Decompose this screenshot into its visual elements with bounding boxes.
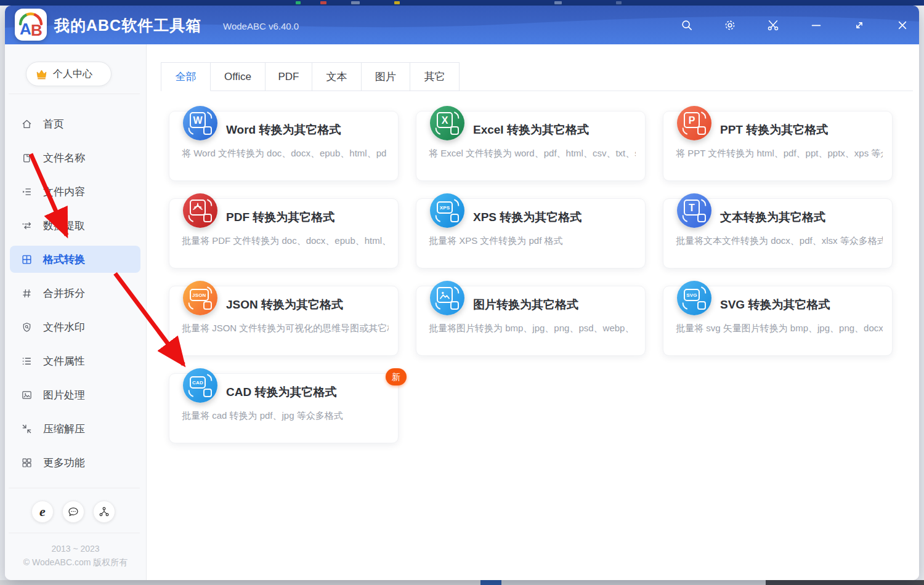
feature-card-xps-convert[interactable]: XPS XPS 转换为其它格式 批量将 XPS 文件转换为 pdf 格式: [416, 198, 646, 268]
copyright-years: 2013 ~ 2023: [5, 544, 146, 554]
search-icon[interactable]: [680, 18, 694, 32]
convert-target-box: [450, 301, 459, 310]
card-description: 将 Word 文件转换为 doc、docx、epub、html、pd: [182, 148, 389, 159]
xps-convert-icon: XPS: [430, 193, 464, 228]
more-icon: [21, 457, 33, 469]
desktop-bottom-strip: [0, 580, 924, 585]
card-description: 将 Excel 文件转换为 word、pdf、html、csv、txt、s: [429, 148, 636, 159]
app-version: WodeABC v6.40.0: [223, 7, 299, 46]
sidebar-divider: [9, 533, 140, 533]
card-title: 文本转换为其它格式: [720, 209, 825, 225]
home-icon: [21, 118, 33, 130]
file-props-icon: [21, 355, 33, 367]
tab-4[interactable]: 图片: [362, 63, 410, 91]
app-title: 我的ABC软件工具箱: [54, 6, 201, 45]
sidebar-item-watermark[interactable]: 文件水印: [10, 313, 140, 341]
screenshot-icon[interactable]: [766, 18, 780, 32]
settings-icon[interactable]: [723, 18, 737, 32]
minimize-icon[interactable]: [809, 18, 823, 32]
tab-1[interactable]: Office: [211, 63, 265, 91]
tab-0[interactable]: 全部: [161, 63, 211, 91]
image-convert-icon: [430, 281, 464, 315]
card-description: 将 PPT 文件转换为 html、pdf、ppt、pptx、xps 等众多格式: [676, 148, 883, 159]
category-tabs: 全部OfficePDF文本图片其它: [161, 62, 460, 91]
browser-icon: e: [39, 505, 46, 518]
card-title: JSON 转换为其它格式: [226, 297, 343, 313]
convert-target-box: [697, 126, 706, 135]
convert-target-box: [203, 126, 212, 135]
sidebar-item-file-name[interactable]: 文件名称: [10, 144, 140, 171]
card-title: 图片转换为其它格式: [473, 297, 578, 313]
feature-card-text-convert[interactable]: T 文本转换为其它格式 批量将文本文件转换为 docx、pdf、xlsx 等众多…: [663, 198, 893, 268]
convert-target-box: [697, 301, 706, 310]
sidebar-divider: [9, 94, 140, 94]
desktop-top-strip: [0, 0, 924, 6]
card-description: 批量将 XPS 文件转换为 pdf 格式: [429, 235, 636, 247]
share-button[interactable]: [93, 501, 115, 523]
convert-target-box: [203, 389, 212, 397]
account-center-button[interactable]: 个人中心: [26, 62, 111, 86]
chat-icon: [67, 506, 79, 518]
card-description: 批量将 svg 矢量图片转换为 bmp、jpg、png、docx: [676, 323, 883, 334]
tab-5[interactable]: 其它: [410, 63, 460, 91]
feature-card-excel-convert[interactable]: X Excel 转换为其它格式 将 Excel 文件转换为 word、pdf、h…: [416, 111, 646, 181]
new-badge: 新: [386, 368, 407, 385]
ppt-convert-icon: P: [677, 106, 711, 140]
feature-card-json-convert[interactable]: JSON JSON 转换为其它格式 批量将 JSON 文件转换为可视化的思维导图…: [169, 286, 399, 356]
card-description: 批量将文本文件转换为 docx、pdf、xlsx 等众多格式: [676, 235, 883, 247]
card-title: CAD 转换为其它格式: [226, 384, 336, 400]
image-process-icon: [21, 389, 33, 401]
text-convert-icon: T: [677, 193, 711, 228]
sidebar-item-compress[interactable]: 压缩解压: [10, 415, 140, 442]
file-content-icon: [21, 186, 33, 198]
feature-card-cad-convert[interactable]: CAD CAD 转换为其它格式 批量将 cad 转换为 pdf、jpg 等众多格…: [169, 373, 399, 443]
sidebar-item-file-props[interactable]: 文件属性: [10, 347, 140, 374]
watermark-icon: [21, 321, 33, 333]
card-title: XPS 转换为其它格式: [473, 209, 582, 225]
card-description: 批量将 cad 转换为 pdf、jpg 等众多格式: [182, 410, 389, 422]
sidebar-item-data-extract[interactable]: 数据提取: [10, 212, 140, 239]
card-title: PDF 转换为其它格式: [226, 209, 334, 225]
sidebar-item-format-convert[interactable]: 格式转换: [10, 246, 140, 273]
sidebar-item-home[interactable]: 首页: [10, 110, 140, 137]
svg-text:B: B: [31, 21, 43, 39]
app-logo: A B: [15, 9, 47, 41]
file-name-icon: [21, 152, 33, 164]
titlebar: A B 我的ABC软件工具箱 WodeABC v6.40.0: [5, 6, 919, 44]
compress-icon: [21, 423, 33, 435]
card-title: Excel 转换为其它格式: [473, 122, 589, 138]
app-window: A B 我的ABC软件工具箱 WodeABC v6.40.0 个人中心: [5, 6, 919, 580]
format-convert-icon: [21, 254, 33, 265]
share-icon: [98, 506, 110, 518]
word-convert-icon: W: [183, 106, 217, 140]
convert-target-box: [203, 301, 212, 310]
json-convert-icon: JSON: [183, 281, 217, 315]
feature-card-word-convert[interactable]: W Word 转换为其它格式 将 Word 文件转换为 doc、docx、epu…: [169, 111, 399, 181]
merge-split-icon: [21, 288, 33, 299]
sidebar-item-file-content[interactable]: 文件内容: [10, 178, 140, 205]
close-icon[interactable]: [896, 18, 909, 32]
tab-3[interactable]: 文本: [312, 63, 362, 91]
sidebar-item-image-process[interactable]: 图片处理: [10, 381, 140, 408]
card-title: SVG 转换为其它格式: [720, 297, 830, 313]
cad-convert-icon: CAD: [183, 368, 217, 403]
convert-target-box: [203, 214, 212, 222]
sidebar-item-more[interactable]: 更多功能: [10, 449, 140, 476]
feature-card-ppt-convert[interactable]: P PPT 转换为其它格式 将 PPT 文件转换为 html、pdf、ppt、p…: [663, 111, 893, 181]
convert-target-box: [450, 126, 459, 135]
feature-card-svg-convert[interactable]: SVG SVG 转换为其它格式 批量将 svg 矢量图片转换为 bmp、jpg、…: [663, 286, 893, 356]
feature-card-image-convert[interactable]: 图片转换为其它格式 批量将图片转换为 bmp、jpg、png、psd、webp、: [416, 286, 646, 356]
feature-card-pdf-convert[interactable]: PDF 转换为其它格式 批量将 PDF 文件转换为 doc、docx、epub、…: [169, 198, 399, 268]
sidebar-divider: [9, 488, 140, 488]
crown-icon: [34, 67, 49, 81]
browser-button[interactable]: e: [31, 501, 54, 523]
maximize-icon[interactable]: [853, 18, 866, 32]
chat-button[interactable]: [62, 501, 84, 523]
sidebar-item-merge-split[interactable]: 合并拆分: [10, 280, 140, 307]
card-description: 批量将 JSON 文件转换为可视化的思维导图或其它格: [182, 323, 389, 334]
feature-card-grid: W Word 转换为其它格式 将 Word 文件转换为 doc、docx、epu…: [169, 111, 893, 443]
tab-2[interactable]: PDF: [265, 63, 312, 91]
convert-target-box: [450, 214, 459, 222]
pdf-convert-icon: [183, 193, 217, 228]
svg-convert-icon: SVG: [677, 281, 711, 315]
